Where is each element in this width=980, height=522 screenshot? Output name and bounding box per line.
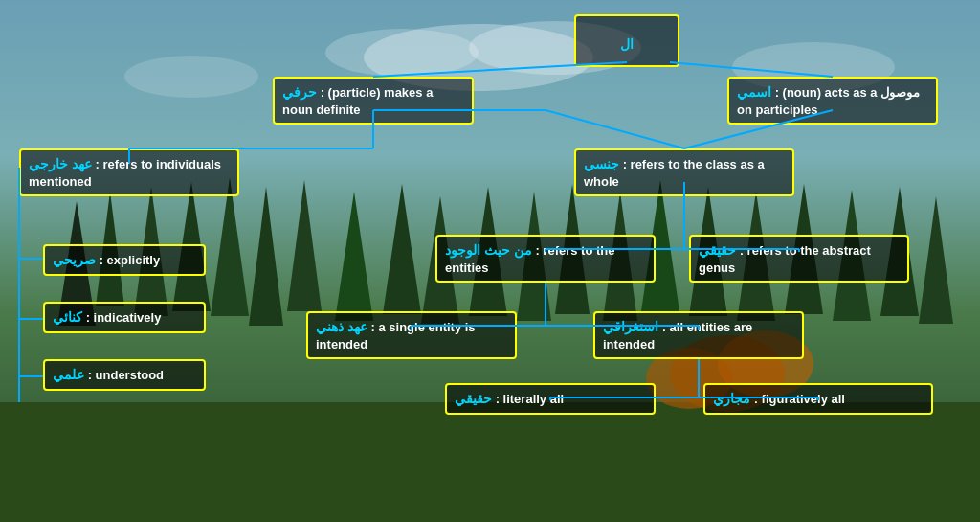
ilmi-box: علمي : understood <box>43 359 206 391</box>
entities-arabic: من حيث الوجود <box>445 242 532 258</box>
sariihi-text: : explicitly <box>100 253 161 267</box>
figuratively-box: مجازي : figuratively all <box>703 383 933 415</box>
particle-arabic: حرفي <box>282 84 317 100</box>
kinaaiy-text: : indicatively <box>86 310 162 325</box>
kinaaiy-arabic: كنائي <box>53 309 82 325</box>
literally-box: حقيقي : literally all <box>445 383 656 415</box>
kinaaiy-box: كنائي : indicatively <box>43 302 206 333</box>
root-arabic: ال <box>620 36 634 52</box>
entities-box: من حيث الوجود : refers to the entities <box>435 235 656 283</box>
noun-box: اسمي : (noun) acts as a موصول on partici… <box>727 77 938 125</box>
jinsi-box: جنسي : refers to the class as a whole <box>574 148 794 196</box>
aahdkhaariji-box: عهد خارجي : refers to individuals mentio… <box>19 148 239 196</box>
sariihi-box: صريحي : explicitly <box>43 244 206 276</box>
abstract-box: حقيقي : refers to the abstract genus <box>689 235 909 283</box>
figuratively-arabic: مجازي <box>713 391 750 406</box>
single-box: عهد ذهني : a single entity is intended <box>306 311 517 359</box>
literally-arabic: حقيقي <box>455 391 492 406</box>
jinsi-arabic: جنسي <box>584 156 619 171</box>
abstract-arabic: حقيقي <box>699 242 736 258</box>
literally-text: : literally all <box>496 392 565 406</box>
all-entities-arabic: استغراقي <box>603 319 658 334</box>
single-arabic: عهد ذهني <box>316 319 368 334</box>
figuratively-text: : figuratively all <box>754 392 845 406</box>
root-box: ال <box>574 14 679 67</box>
all-entities-box: استغراقي : all entities are intended <box>593 311 804 359</box>
sariihi-arabic: صريحي <box>53 252 96 267</box>
particle-box: حرفي : (particle) makes a noun definite <box>273 77 474 125</box>
ilmi-arabic: علمي <box>53 367 84 382</box>
noun-arabic: اسمي <box>737 84 771 100</box>
diagram: ال حرفي : (particle) makes a noun defini… <box>0 0 980 522</box>
ilmi-text: : understood <box>88 368 164 382</box>
aahdkhaariji-arabic: عهد خارجي <box>29 156 92 171</box>
